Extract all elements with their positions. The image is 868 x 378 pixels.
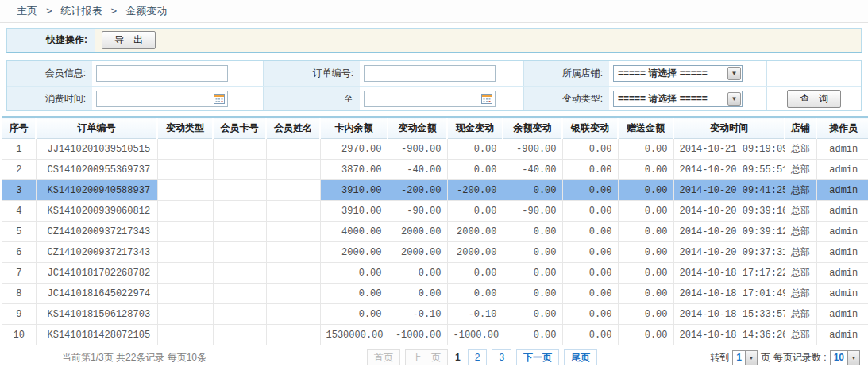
cell: 总部 [785, 304, 816, 325]
change-type-select[interactable]: ===== 请选择 ===== ▼ [613, 91, 743, 107]
cell: 2000.00 [388, 242, 447, 263]
table-row[interactable]: 4KS14102009390608123910.00-90.000.00-90.… [2, 201, 868, 222]
last-page-button[interactable]: 尾页 [564, 349, 597, 365]
cell: -90.00 [388, 201, 447, 222]
cell [266, 304, 320, 325]
cell: 0.00 [618, 222, 673, 242]
order-no-input[interactable] [364, 65, 496, 82]
cell [157, 201, 213, 222]
shop-select[interactable]: ===== 请选择 ===== ▼ [613, 65, 743, 82]
cell: 5 [2, 222, 36, 242]
chevron-down-icon: ▼ [847, 351, 859, 364]
cell [157, 222, 213, 242]
cell: 3910.00 [320, 201, 388, 222]
cell: -90.00 [503, 201, 562, 222]
table-row[interactable]: 3KS14102009405889373910.00-200.00-200.00… [2, 180, 868, 201]
shop-label: 所属店铺: [523, 61, 609, 86]
page-number-button[interactable]: 3 [492, 349, 511, 365]
cell: 0.00 [562, 325, 618, 345]
table-row[interactable]: 2CS14102009553697373870.00-40.000.00-40.… [2, 160, 868, 180]
cell: -1000.00 [388, 325, 447, 345]
cell [213, 304, 266, 325]
cell: 1 [2, 139, 36, 160]
page-number-button[interactable]: 1 [453, 349, 463, 365]
table-row[interactable]: 8JC14101816450229740.000.000.000.000.000… [2, 284, 868, 304]
cell: admin [816, 201, 868, 222]
cell: 0.00 [562, 222, 618, 242]
table-row[interactable]: 9KS14101815061287030.00-0.10-0.100.000.0… [2, 304, 868, 325]
table-row[interactable]: 7JC14101817022687820.000.000.000.000.000… [2, 263, 868, 284]
cell [266, 284, 320, 304]
records-table: 序号订单编号变动类型会员卡号会员姓名卡内余额变动金额现金变动余额变动银联变动赠送… [2, 116, 868, 345]
cell: 2000.00 [447, 222, 503, 242]
cell [157, 242, 213, 263]
cell: 2 [2, 160, 36, 180]
cell: CZ1410200937217343 [36, 242, 157, 263]
goto-controls: 转到 1 ▼ 页 每页记录数 : 10 ▼ [710, 350, 860, 365]
goto-page-select-value: 1 [733, 351, 745, 364]
cell: -40.00 [388, 160, 447, 180]
page-size-label: 每页记录数 : [773, 351, 827, 364]
cell: -900.00 [503, 139, 562, 160]
cell: 6 [2, 242, 36, 263]
page-size-select[interactable]: 10 ▼ [830, 350, 860, 365]
breadcrumb-home[interactable]: 主页 [17, 5, 37, 17]
next-page-button[interactable]: 下一页 [516, 349, 559, 365]
order-no-label: 订单编号: [263, 61, 360, 86]
time-to-input[interactable] [364, 91, 496, 107]
cell: admin [816, 242, 868, 263]
cell: 0.00 [618, 263, 673, 284]
column-header: 订单编号 [36, 118, 157, 139]
cell: CZ1410200937217343 [36, 222, 157, 242]
page-size-select-value: 10 [831, 351, 847, 364]
export-button[interactable]: 导 出 [102, 31, 156, 49]
cell: 2000.00 [388, 222, 447, 242]
cell: 0.00 [618, 180, 673, 201]
cell: KS1410181506128703 [36, 304, 157, 325]
cell: 0.00 [562, 304, 618, 325]
prev-page-button[interactable]: 上一页 [405, 349, 448, 365]
cell: 0.00 [503, 304, 562, 325]
cell: 2014-10-18 17:01:49 [673, 284, 785, 304]
cell: -0.10 [388, 304, 447, 325]
calendar-icon[interactable] [481, 94, 492, 104]
cell: 4000.00 [320, 222, 388, 242]
breadcrumb-reports[interactable]: 统计报表 [61, 5, 102, 17]
cell: 0.00 [562, 160, 618, 180]
goto-page-select[interactable]: 1 ▼ [732, 350, 758, 365]
cell: admin [816, 180, 868, 201]
cell: 0.00 [562, 139, 618, 160]
column-header: 卡内余额 [320, 118, 388, 139]
column-header: 赠送金额 [618, 118, 673, 139]
cell: 2000.00 [320, 242, 388, 263]
pager: 首页 上一页 123 下一页 尾页 [367, 349, 597, 365]
cell: KS1410200939060812 [36, 201, 157, 222]
calendar-icon[interactable] [214, 94, 225, 104]
first-page-button[interactable]: 首页 [367, 349, 400, 365]
member-info-label: 会员信息: [7, 61, 92, 86]
table-row[interactable]: 10KS14101814280721051530000.00-1000.00-1… [2, 325, 868, 345]
cell [266, 160, 320, 180]
member-info-input[interactable] [96, 65, 228, 82]
cell: 0.00 [503, 242, 562, 263]
cell: 0.00 [618, 325, 673, 345]
cell: 3870.00 [320, 160, 388, 180]
time-from-input[interactable] [96, 91, 228, 107]
column-header: 变动金额 [388, 118, 447, 139]
cell: admin [816, 222, 868, 242]
search-button[interactable]: 查 询 [787, 90, 841, 108]
table-row[interactable]: 1JJ14102010395105152970.00-900.000.00-90… [2, 139, 868, 160]
cell: admin [816, 304, 868, 325]
column-header: 银联变动 [562, 118, 618, 139]
cell: JJ1410201039510515 [36, 139, 157, 160]
table-row[interactable]: 6CZ14102009372173432000.002000.002000.00… [2, 242, 868, 263]
page-number-button[interactable]: 2 [468, 349, 488, 365]
cell: -40.00 [503, 160, 562, 180]
table-row[interactable]: 5CZ14102009372173434000.002000.002000.00… [2, 222, 868, 242]
breadcrumb-separator: > [46, 5, 52, 17]
cell: 1530000.00 [320, 325, 388, 345]
cell: 2014-10-20 09:39:12 [673, 222, 785, 242]
cell: 10 [2, 325, 36, 345]
cell: 2014-10-18 14:36:26 [673, 325, 785, 345]
cell: 7 [2, 263, 36, 284]
